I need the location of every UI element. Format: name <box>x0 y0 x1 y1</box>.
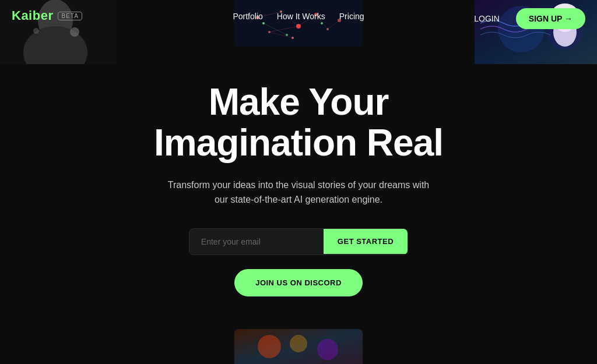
bottom-strip <box>0 317 597 364</box>
beta-badge: BETA <box>58 12 82 20</box>
svg-point-33 <box>290 335 307 352</box>
logo-area[interactable]: Kaiber BETA <box>12 8 82 23</box>
nav-auth-buttons: LOGIN SIGN UP → <box>467 8 585 29</box>
svg-point-32 <box>258 335 281 358</box>
discord-button[interactable]: JOIN US ON DISCORD <box>234 269 363 296</box>
svg-point-34 <box>317 339 338 360</box>
hero-title-line2: Imagination Real <box>154 122 443 164</box>
hero-section: Make Your Imagination Real Transform you… <box>0 58 597 343</box>
hero-title-line1: Make Your <box>209 81 389 123</box>
nav-how-it-works[interactable]: How It Works <box>277 12 325 21</box>
svg-point-3 <box>70 27 79 37</box>
email-input[interactable] <box>189 229 324 255</box>
nav-portfolio[interactable]: Portfolio <box>233 12 262 21</box>
signup-button[interactable]: SIGN UP → <box>516 8 585 29</box>
bottom-preview-thumbnail <box>234 329 363 364</box>
hero-title: Make Your Imagination Real <box>154 82 443 164</box>
nav-pricing[interactable]: Pricing <box>339 12 364 21</box>
svg-point-4 <box>33 28 39 34</box>
logo-name: Kaiber <box>12 8 53 23</box>
hero-subtitle: Transform your ideas into the visual sto… <box>164 178 433 207</box>
login-button[interactable]: LOGIN <box>467 9 507 28</box>
email-form: GET STARTED <box>189 228 408 255</box>
get-started-button[interactable]: GET STARTED <box>324 229 408 254</box>
nav-links: Portfolio How It Works Pricing <box>233 0 364 33</box>
